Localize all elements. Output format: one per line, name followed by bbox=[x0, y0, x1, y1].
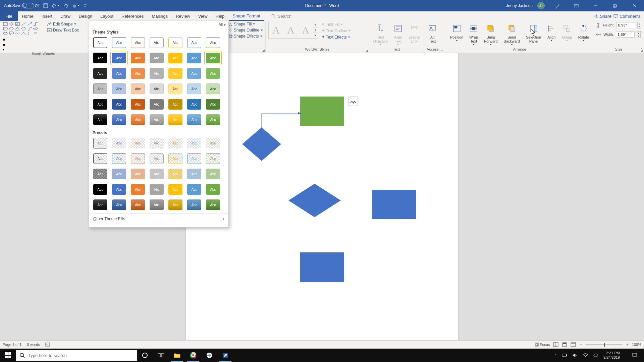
shape-style-swatch[interactable]: Abc bbox=[168, 199, 182, 210]
task-view-button[interactable] bbox=[153, 349, 169, 362]
wrap-text-button[interactable]: Wrap Text bbox=[468, 22, 479, 46]
other-theme-fills-item[interactable]: Other Theme Fills › bbox=[89, 214, 228, 224]
shape-elbowarrow-icon[interactable] bbox=[27, 26, 32, 31]
shape-style-swatch[interactable]: Abc bbox=[131, 184, 145, 195]
print-layout-icon[interactable] bbox=[562, 342, 567, 347]
height-down-button[interactable]: ▾ bbox=[638, 25, 641, 28]
width-input[interactable] bbox=[616, 32, 635, 38]
shape-style-swatch[interactable]: Abc bbox=[112, 169, 126, 179]
shape-connector-icon[interactable] bbox=[33, 22, 38, 26]
shape-equal-icon[interactable] bbox=[33, 31, 38, 36]
tab-file[interactable]: File bbox=[0, 11, 18, 21]
collapse-ribbon-button[interactable]: ˄ bbox=[640, 48, 642, 51]
minimize-button[interactable] bbox=[588, 0, 603, 11]
spellcheck-icon[interactable] bbox=[45, 342, 50, 347]
zoom-in-button[interactable]: + bbox=[626, 342, 629, 347]
shape-oval-icon[interactable] bbox=[9, 26, 14, 31]
selection-pane-button[interactable]: Selection Pane bbox=[525, 22, 542, 44]
canvas-shape-diamond-2[interactable] bbox=[288, 182, 341, 219]
wordart-launcher[interactable]: ◢ bbox=[366, 49, 368, 52]
gallery-more-button[interactable]: ▾ bbox=[3, 48, 38, 51]
shape-style-swatch[interactable]: Abc bbox=[112, 83, 126, 94]
tab-design[interactable]: Design bbox=[75, 11, 96, 21]
shape-style-swatch[interactable]: Abc bbox=[150, 138, 164, 148]
shape-style-swatch[interactable]: Abc bbox=[150, 199, 164, 210]
shape-style-swatch[interactable]: Abc bbox=[131, 53, 145, 63]
tab-references[interactable]: References bbox=[117, 11, 148, 21]
canvas-shape-rectangle-blue-1[interactable] bbox=[372, 190, 416, 219]
shape-style-swatch[interactable]: Abc bbox=[131, 37, 145, 48]
shape-style-swatch[interactable]: Abc bbox=[168, 83, 182, 94]
volume-icon[interactable] bbox=[573, 353, 577, 358]
cortana-button[interactable] bbox=[137, 349, 153, 362]
shape-style-swatch[interactable]: Abc bbox=[187, 153, 201, 164]
shape-triangle-icon[interactable] bbox=[15, 26, 20, 31]
shape-style-swatch[interactable]: Abc bbox=[206, 83, 220, 94]
shape-style-swatch[interactable]: Abc bbox=[168, 153, 182, 164]
tab-shape-format[interactable]: Shape Format bbox=[229, 11, 264, 21]
shape-style-swatch[interactable]: Abc bbox=[168, 37, 182, 48]
shape-style-swatch[interactable]: Abc bbox=[187, 184, 201, 195]
shape-style-swatch[interactable]: Abc bbox=[131, 153, 145, 164]
shape-effects-button[interactable]: Shape Effects bbox=[228, 34, 263, 39]
shape-style-swatch[interactable]: Abc bbox=[187, 37, 201, 48]
shape-freeform-icon[interactable] bbox=[15, 31, 20, 36]
width-down-button[interactable]: ▾ bbox=[637, 35, 640, 38]
shape-style-swatch[interactable]: Abc bbox=[168, 68, 182, 79]
status-words[interactable]: 0 words bbox=[27, 343, 40, 347]
shape-diamond-icon[interactable] bbox=[9, 22, 14, 26]
taskbar-clock[interactable]: 2:31 PM 9/24/2019 bbox=[603, 351, 622, 360]
wordart-style-3[interactable]: A bbox=[298, 23, 313, 38]
shape-style-swatch[interactable]: Abc bbox=[150, 99, 164, 110]
wordart-gallery[interactable]: A A A ▴ ▾ ▾ bbox=[268, 22, 318, 39]
shape-cloud-icon[interactable] bbox=[3, 31, 8, 36]
shape-style-swatch[interactable]: Abc bbox=[93, 199, 107, 210]
battery-icon[interactable] bbox=[562, 353, 567, 357]
autosave-toggle[interactable]: AutoSave Off bbox=[3, 2, 41, 9]
shape-style-swatch[interactable]: Abc bbox=[93, 153, 107, 164]
shape-rect-icon[interactable] bbox=[3, 22, 8, 26]
ink-button[interactable] bbox=[549, 0, 564, 11]
shape-style-swatch[interactable]: Abc bbox=[150, 184, 164, 195]
chrome-button[interactable] bbox=[185, 349, 201, 362]
shape-style-swatch[interactable]: Abc bbox=[168, 53, 182, 63]
zoom-slider[interactable] bbox=[586, 344, 623, 345]
rotate-button[interactable]: Rotate bbox=[577, 22, 590, 42]
shape-style-swatch[interactable]: Abc bbox=[150, 153, 164, 164]
shape-style-swatch[interactable]: Abc bbox=[93, 138, 107, 148]
file-explorer-button[interactable] bbox=[169, 349, 185, 362]
shapes-gallery[interactable]: A bbox=[3, 22, 44, 51]
wa-down-button[interactable]: ▾ bbox=[313, 27, 318, 33]
shape-style-swatch[interactable]: Abc bbox=[187, 199, 201, 210]
draw-text-box-button[interactable]: A Draw Text Box bbox=[47, 28, 79, 33]
share-button[interactable]: Share bbox=[594, 14, 611, 19]
shape-style-swatch[interactable]: Abc bbox=[112, 99, 126, 110]
layout-options-button[interactable] bbox=[348, 97, 358, 106]
wifi-icon[interactable] bbox=[583, 353, 588, 357]
shape-style-swatch[interactable]: Abc bbox=[93, 184, 107, 195]
tab-view[interactable]: View bbox=[194, 11, 212, 21]
send-backward-button[interactable]: Send Backward bbox=[502, 22, 521, 46]
shape-style-swatch[interactable]: Abc bbox=[187, 83, 201, 94]
shape-style-swatch[interactable]: Abc bbox=[206, 37, 220, 48]
focus-button[interactable]: Focus bbox=[535, 343, 550, 347]
shape-style-swatch[interactable]: Abc bbox=[150, 68, 164, 79]
group-button[interactable]: Group bbox=[560, 22, 574, 42]
text-direction-button[interactable]: Text Direction bbox=[372, 22, 389, 46]
shape-style-swatch[interactable]: Abc bbox=[150, 37, 164, 48]
shape-style-swatch[interactable]: Abc bbox=[131, 83, 145, 94]
shape-style-swatch[interactable]: Abc bbox=[206, 184, 220, 195]
shape-style-swatch[interactable]: Abc bbox=[112, 199, 126, 210]
shape-arrowline-icon[interactable] bbox=[27, 22, 32, 26]
shape-style-swatch[interactable]: Abc bbox=[187, 99, 201, 110]
shape-style-swatch[interactable]: Abc bbox=[112, 53, 126, 63]
shape-style-swatch[interactable]: Abc bbox=[150, 169, 164, 179]
canvas-shape-rectangle-green[interactable] bbox=[300, 97, 344, 126]
shape-style-swatch[interactable]: Abc bbox=[168, 114, 182, 125]
web-layout-icon[interactable] bbox=[571, 342, 576, 347]
shape-fill-button[interactable]: Shape Fill bbox=[228, 22, 263, 26]
shape-style-swatch[interactable]: Abc bbox=[93, 99, 107, 110]
shape-style-swatch[interactable]: Abc bbox=[150, 83, 164, 94]
shape-style-swatch[interactable]: Abc bbox=[112, 37, 126, 48]
onedrive-icon[interactable] bbox=[593, 353, 598, 358]
